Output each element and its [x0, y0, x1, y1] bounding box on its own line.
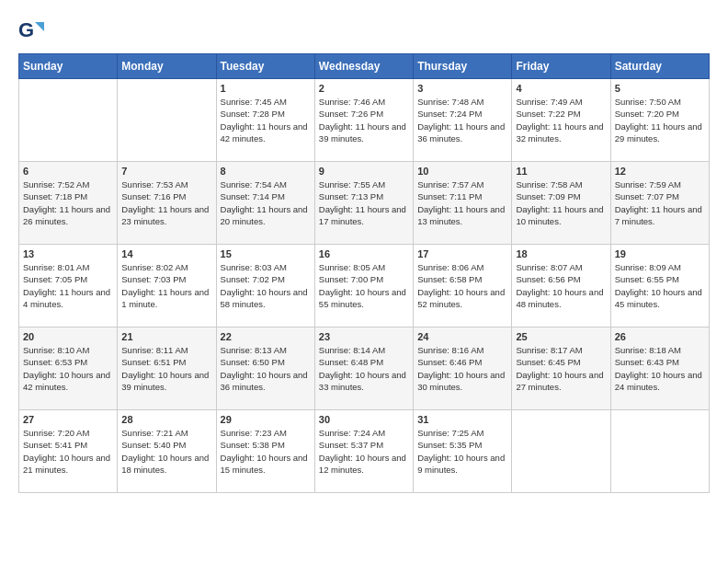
day-number: 12: [615, 166, 705, 177]
calendar-day-cell: 20 Sunrise: 8:10 AMSunset: 6:53 PMDaylig…: [19, 327, 118, 410]
day-info: Sunrise: 8:05 AMSunset: 7:00 PMDaylight:…: [319, 261, 409, 310]
svg-marker-1: [35, 22, 44, 31]
day-info: Sunrise: 7:54 AMSunset: 7:14 PMDaylight:…: [221, 178, 311, 227]
svg-text:G: G: [18, 18, 34, 41]
page-header: G: [18, 18, 710, 44]
day-info: Sunrise: 8:01 AMSunset: 7:05 PMDaylight:…: [23, 261, 113, 310]
day-header-friday: Friday: [512, 54, 610, 79]
calendar-day-cell: 2 Sunrise: 7:46 AMSunset: 7:26 PMDayligh…: [314, 79, 413, 162]
day-number: 10: [417, 166, 507, 177]
calendar-day-cell: 31 Sunrise: 7:25 AMSunset: 5:35 PMDaylig…: [414, 410, 512, 493]
day-number: 29: [221, 414, 311, 425]
day-info: Sunrise: 7:21 AMSunset: 5:40 PMDaylight:…: [121, 427, 211, 476]
calendar-week-row: 13 Sunrise: 8:01 AMSunset: 7:05 PMDaylig…: [19, 245, 710, 327]
day-number: 26: [615, 331, 705, 342]
day-info: Sunrise: 8:18 AMSunset: 6:43 PMDaylight:…: [615, 344, 705, 393]
calendar-day-cell: 10 Sunrise: 7:57 AMSunset: 7:11 PMDaylig…: [414, 162, 512, 245]
calendar-day-cell: 23 Sunrise: 8:14 AMSunset: 6:48 PMDaylig…: [314, 327, 413, 410]
day-number: 17: [417, 248, 507, 259]
calendar-week-row: 27 Sunrise: 7:20 AMSunset: 5:41 PMDaylig…: [19, 410, 710, 493]
calendar-day-cell: 24 Sunrise: 8:16 AMSunset: 6:46 PMDaylig…: [414, 327, 512, 410]
calendar-day-cell: 15 Sunrise: 8:03 AMSunset: 7:02 PMDaylig…: [216, 245, 314, 327]
day-number: 1: [221, 83, 311, 94]
calendar-day-cell: [610, 410, 709, 493]
calendar-day-cell: 17 Sunrise: 8:06 AMSunset: 6:58 PMDaylig…: [414, 245, 512, 327]
day-info: Sunrise: 7:45 AMSunset: 7:28 PMDaylight:…: [221, 96, 311, 144]
calendar-week-row: 1 Sunrise: 7:45 AMSunset: 7:28 PMDayligh…: [19, 79, 710, 162]
day-number: 24: [417, 331, 507, 342]
day-number: 22: [221, 331, 311, 342]
day-info: Sunrise: 7:23 AMSunset: 5:38 PMDaylight:…: [221, 427, 311, 476]
day-number: 16: [319, 248, 409, 259]
day-number: 13: [23, 248, 113, 259]
day-info: Sunrise: 7:59 AMSunset: 7:07 PMDaylight:…: [615, 178, 705, 227]
day-number: 6: [23, 166, 113, 177]
day-info: Sunrise: 8:09 AMSunset: 6:55 PMDaylight:…: [615, 261, 705, 310]
day-number: 31: [417, 414, 507, 425]
day-info: Sunrise: 8:14 AMSunset: 6:48 PMDaylight:…: [319, 344, 409, 393]
calendar-day-cell: [19, 79, 118, 162]
day-number: 3: [417, 83, 507, 94]
day-info: Sunrise: 7:20 AMSunset: 5:41 PMDaylight:…: [23, 427, 113, 476]
calendar-day-cell: 12 Sunrise: 7:59 AMSunset: 7:07 PMDaylig…: [610, 162, 709, 245]
day-info: Sunrise: 7:24 AMSunset: 5:37 PMDaylight:…: [319, 427, 409, 476]
calendar-day-cell: 8 Sunrise: 7:54 AMSunset: 7:14 PMDayligh…: [216, 162, 314, 245]
day-number: 19: [615, 248, 705, 259]
calendar-day-cell: 3 Sunrise: 7:48 AMSunset: 7:24 PMDayligh…: [414, 79, 512, 162]
day-header-sunday: Sunday: [19, 54, 118, 79]
day-info: Sunrise: 7:46 AMSunset: 7:26 PMDaylight:…: [319, 96, 409, 144]
day-number: 5: [615, 83, 705, 94]
day-info: Sunrise: 8:13 AMSunset: 6:50 PMDaylight:…: [221, 344, 311, 393]
logo-icon: G: [18, 18, 44, 44]
day-info: Sunrise: 8:17 AMSunset: 6:45 PMDaylight:…: [516, 344, 606, 393]
day-info: Sunrise: 8:03 AMSunset: 7:02 PMDaylight:…: [221, 261, 311, 310]
calendar-week-row: 6 Sunrise: 7:52 AMSunset: 7:18 PMDayligh…: [19, 162, 710, 245]
day-number: 4: [516, 83, 606, 94]
day-number: 2: [319, 83, 409, 94]
calendar-table: SundayMondayTuesdayWednesdayThursdayFrid…: [18, 53, 710, 493]
day-number: 23: [319, 331, 409, 342]
calendar-day-cell: 22 Sunrise: 8:13 AMSunset: 6:50 PMDaylig…: [216, 327, 314, 410]
calendar-day-cell: [118, 79, 216, 162]
calendar-header-row: SundayMondayTuesdayWednesdayThursdayFrid…: [19, 54, 710, 79]
day-header-thursday: Thursday: [414, 54, 512, 79]
calendar-week-row: 20 Sunrise: 8:10 AMSunset: 6:53 PMDaylig…: [19, 327, 710, 410]
logo: G: [18, 18, 48, 44]
calendar-day-cell: 29 Sunrise: 7:23 AMSunset: 5:38 PMDaylig…: [216, 410, 314, 493]
day-info: Sunrise: 7:55 AMSunset: 7:13 PMDaylight:…: [319, 178, 409, 227]
day-info: Sunrise: 8:16 AMSunset: 6:46 PMDaylight:…: [417, 344, 507, 393]
day-info: Sunrise: 8:10 AMSunset: 6:53 PMDaylight:…: [23, 344, 113, 393]
day-info: Sunrise: 7:50 AMSunset: 7:20 PMDaylight:…: [615, 96, 705, 144]
calendar-day-cell: 13 Sunrise: 8:01 AMSunset: 7:05 PMDaylig…: [19, 245, 118, 327]
day-header-wednesday: Wednesday: [314, 54, 413, 79]
day-number: 9: [319, 166, 409, 177]
calendar-day-cell: 18 Sunrise: 8:07 AMSunset: 6:56 PMDaylig…: [512, 245, 610, 327]
calendar-day-cell: 9 Sunrise: 7:55 AMSunset: 7:13 PMDayligh…: [314, 162, 413, 245]
day-number: 7: [121, 166, 211, 177]
calendar-day-cell: 27 Sunrise: 7:20 AMSunset: 5:41 PMDaylig…: [19, 410, 118, 493]
day-number: 14: [121, 248, 211, 259]
calendar-day-cell: 25 Sunrise: 8:17 AMSunset: 6:45 PMDaylig…: [512, 327, 610, 410]
calendar-day-cell: 16 Sunrise: 8:05 AMSunset: 7:00 PMDaylig…: [314, 245, 413, 327]
day-info: Sunrise: 7:57 AMSunset: 7:11 PMDaylight:…: [417, 178, 507, 227]
calendar-day-cell: 28 Sunrise: 7:21 AMSunset: 5:40 PMDaylig…: [118, 410, 216, 493]
calendar-day-cell: 21 Sunrise: 8:11 AMSunset: 6:51 PMDaylig…: [118, 327, 216, 410]
day-number: 8: [221, 166, 311, 177]
day-number: 15: [221, 248, 311, 259]
day-info: Sunrise: 8:06 AMSunset: 6:58 PMDaylight:…: [417, 261, 507, 310]
day-info: Sunrise: 7:52 AMSunset: 7:18 PMDaylight:…: [23, 178, 113, 227]
day-number: 11: [516, 166, 606, 177]
calendar-day-cell: 5 Sunrise: 7:50 AMSunset: 7:20 PMDayligh…: [610, 79, 709, 162]
calendar-day-cell: [512, 410, 610, 493]
day-header-saturday: Saturday: [610, 54, 709, 79]
day-info: Sunrise: 7:58 AMSunset: 7:09 PMDaylight:…: [516, 178, 606, 227]
calendar-day-cell: 30 Sunrise: 7:24 AMSunset: 5:37 PMDaylig…: [314, 410, 413, 493]
calendar-day-cell: 6 Sunrise: 7:52 AMSunset: 7:18 PMDayligh…: [19, 162, 118, 245]
day-number: 25: [516, 331, 606, 342]
day-info: Sunrise: 7:48 AMSunset: 7:24 PMDaylight:…: [417, 96, 507, 144]
day-info: Sunrise: 8:02 AMSunset: 7:03 PMDaylight:…: [121, 261, 211, 310]
day-number: 30: [319, 414, 409, 425]
day-number: 21: [121, 331, 211, 342]
day-info: Sunrise: 7:53 AMSunset: 7:16 PMDaylight:…: [121, 178, 211, 227]
calendar-day-cell: 4 Sunrise: 7:49 AMSunset: 7:22 PMDayligh…: [512, 79, 610, 162]
